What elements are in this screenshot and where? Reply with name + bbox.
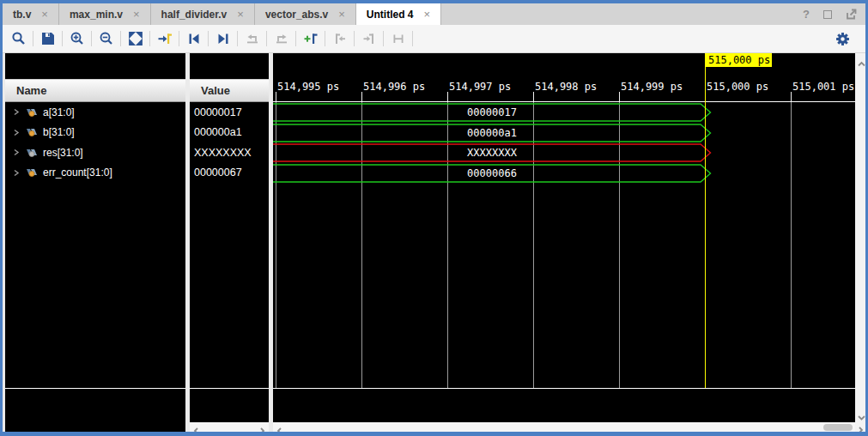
signal-name-label: err_count[31:0] [43, 167, 112, 179]
previous-marker-icon[interactable] [327, 27, 352, 50]
wave-vertical-scrollbar[interactable] [855, 53, 868, 433]
close-icon[interactable]: × [338, 9, 345, 20]
zoom-out-icon[interactable] [94, 27, 118, 50]
time-cursor-flag[interactable]: 515,000 ps [705, 53, 772, 67]
tab-tbv[interactable]: tb.v × [3, 3, 59, 25]
window-controls: ? [803, 3, 865, 25]
time-tick-label: 514,995 ps [277, 81, 339, 93]
list-bottom-separator [190, 388, 269, 389]
expand-chevron-icon[interactable] [13, 148, 20, 156]
time-tick-label: 514,996 ps [363, 81, 425, 93]
signal-name-label: b[31:0] [43, 126, 75, 138]
time-cursor-line[interactable] [705, 67, 706, 388]
signal-name-label: a[31:0] [43, 106, 75, 118]
expand-chevron-icon[interactable] [13, 169, 20, 177]
time-tick-label: 514,997 ps [449, 81, 511, 93]
time-tick-label: 515,001 ps [792, 81, 854, 93]
close-icon[interactable]: × [41, 9, 48, 20]
time-tick-label: 514,999 ps [621, 81, 683, 93]
tab-max-min[interactable]: max_min.v × [59, 3, 151, 25]
time-tick-label: 515,000 ps [707, 81, 768, 93]
close-icon[interactable]: × [424, 9, 431, 20]
scroll-right-icon[interactable] [857, 422, 865, 436]
scroll-left-icon[interactable] [192, 423, 200, 433]
expand-chevron-icon[interactable] [13, 108, 20, 116]
time-tick-mark [791, 92, 792, 101]
previous-transition-icon[interactable] [181, 27, 206, 50]
waveform-panel: 514,995 ps 514,996 ps 514,997 ps 514,998… [273, 53, 855, 433]
bus-value-label-a: 00000017 [273, 106, 711, 118]
redo-zoom-icon[interactable] [269, 27, 294, 50]
bus-value-label-err-count: 00000066 [273, 167, 711, 179]
wave-horizontal-scrollbar[interactable] [273, 422, 855, 433]
value-cell-res[interactable]: XXXXXXXX [190, 142, 269, 163]
name-column-header[interactable]: Name [5, 79, 185, 102]
add-marker-icon[interactable] [298, 27, 323, 50]
scroll-right-icon[interactable] [258, 423, 266, 433]
tab-vector-abs[interactable]: vector_abs.v × [255, 3, 356, 25]
scroll-left-icon[interactable] [276, 423, 283, 433]
wave-toolbar [3, 25, 865, 53]
value-cell-err-count[interactable]: 00000067 [190, 163, 269, 184]
swap-cursors-icon[interactable] [385, 27, 410, 50]
horizontal-scroll-thumb[interactable] [823, 424, 853, 431]
time-tick-mark [533, 92, 534, 101]
maximize-icon[interactable] [823, 10, 832, 19]
value-cell-a[interactable]: 00000017 [190, 102, 269, 123]
bus-value-label-b: 000000a1 [273, 127, 711, 139]
tab-untitled-4[interactable]: Untitled 4 × [356, 3, 441, 25]
float-window-icon[interactable] [846, 9, 857, 20]
timeline-axis [273, 101, 855, 102]
bus-signal-icon [26, 107, 38, 118]
next-transition-icon[interactable] [210, 27, 235, 50]
zoom-fit-icon[interactable] [123, 27, 148, 50]
save-wave-config-icon[interactable] [35, 27, 60, 50]
tab-label: Untitled 4 [367, 9, 414, 21]
go-to-time-cursor-icon[interactable] [152, 27, 177, 50]
wave-window-body: Name a[31:0] b[31:0] res[31:0] err_count… [5, 53, 868, 433]
search-icon[interactable] [6, 27, 31, 50]
tab-label: tb.v [13, 9, 31, 21]
vivado-waveform-window: tb.v × max_min.v × half_divider.v × vect… [0, 0, 868, 436]
value-column-header[interactable]: Value [190, 79, 269, 102]
signal-name-panel: Name a[31:0] b[31:0] res[31:0] err_count… [5, 53, 185, 433]
bus-signal-icon [26, 127, 38, 137]
signal-row-err-count[interactable]: err_count[31:0] [5, 163, 185, 184]
tab-label: half_divider.v [161, 9, 228, 21]
expand-chevron-icon[interactable] [13, 129, 20, 136]
time-tick-mark [276, 92, 276, 101]
signal-row-res[interactable]: res[31:0] [5, 142, 185, 163]
value-cell-b[interactable]: 000000a1 [190, 123, 269, 143]
scroll-up-icon[interactable] [857, 56, 866, 71]
tab-label: vector_abs.v [265, 9, 328, 21]
settings-gear-icon[interactable] [830, 27, 855, 50]
time-tick-mark [447, 92, 448, 101]
bus-value-label-res: XXXXXXXX [273, 147, 711, 159]
list-bottom-separator [5, 388, 185, 389]
next-marker-icon[interactable] [356, 27, 381, 50]
signal-row-b[interactable]: b[31:0] [5, 123, 185, 143]
zoom-in-icon[interactable] [64, 27, 89, 50]
tab-bar: tb.v × max_min.v × half_divider.v × vect… [3, 3, 865, 25]
help-icon[interactable]: ? [803, 8, 810, 21]
time-gridline [791, 102, 792, 388]
signal-value-panel: Value 00000017 000000a1 XXXXXXXX 0000006… [190, 53, 269, 433]
bus-signal-icon [26, 167, 38, 178]
tab-half-divider[interactable]: half_divider.v × [151, 3, 255, 25]
wave-bottom-separator [273, 388, 855, 389]
time-tick-mark [619, 92, 620, 101]
time-tick-label: 514,998 ps [535, 81, 597, 93]
close-icon[interactable]: × [133, 9, 140, 20]
bus-signal-icon [26, 148, 38, 158]
undo-zoom-icon[interactable] [240, 27, 264, 50]
signal-name-label: res[31:0] [43, 147, 83, 159]
value-horizontal-scrollbar[interactable] [190, 422, 269, 433]
signal-row-a[interactable]: a[31:0] [5, 102, 185, 123]
tab-label: max_min.v [70, 9, 123, 21]
close-icon[interactable]: × [237, 9, 244, 20]
time-tick-mark [361, 92, 362, 101]
